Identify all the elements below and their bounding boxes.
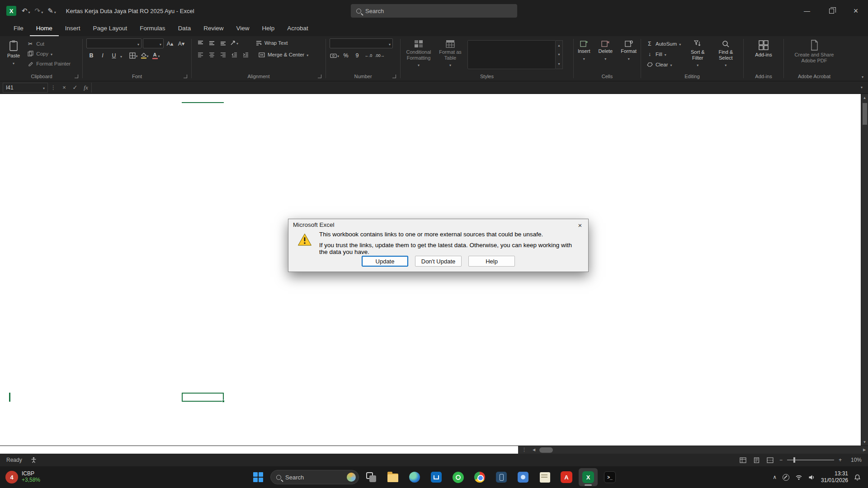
insert-function-button[interactable]: fx xyxy=(80,83,91,93)
network-icon[interactable] xyxy=(795,474,802,480)
decrease-decimal-button[interactable]: .00→ xyxy=(375,51,385,60)
tab-home[interactable]: Home xyxy=(30,22,59,36)
enter-entry-button[interactable]: ✓ xyxy=(70,83,80,93)
merge-center-button[interactable]: Merge & Center xyxy=(257,51,310,59)
bold-button[interactable]: B xyxy=(86,51,96,60)
tab-file[interactable]: File xyxy=(7,22,30,36)
sticky-notes-button[interactable] xyxy=(535,468,554,486)
acrobat-button[interactable]: A xyxy=(557,468,576,486)
horizontal-scroll-thumb[interactable] xyxy=(539,447,553,453)
update-button[interactable]: Update xyxy=(362,256,408,267)
scroll-up-button[interactable]: ▲ xyxy=(861,94,868,101)
tab-acrobat[interactable]: Acrobat xyxy=(281,22,315,36)
borders-button[interactable] xyxy=(128,51,138,60)
font-size-select[interactable] xyxy=(143,38,164,48)
number-format-select[interactable] xyxy=(330,38,393,48)
fill-handle[interactable] xyxy=(222,400,225,403)
grow-font-button[interactable]: A▴ xyxy=(165,39,175,48)
close-button[interactable]: × xyxy=(844,0,868,22)
chrome-button[interactable] xyxy=(470,468,489,486)
fill-button[interactable]: ↓Fill xyxy=(645,50,682,58)
page-break-view-button[interactable] xyxy=(766,456,775,464)
conditional-formatting-button[interactable]: Conditional Formatting xyxy=(404,38,433,68)
orientation-button[interactable] xyxy=(229,38,239,47)
scrollbar-resize-grip[interactable]: ⋮ xyxy=(518,447,530,453)
sheet-tab-area[interactable] xyxy=(0,446,518,454)
tab-help[interactable]: Help xyxy=(255,22,281,36)
dialog-launcher-icon[interactable] xyxy=(184,75,187,78)
comma-style-button[interactable]: 9 xyxy=(352,51,362,60)
task-view-button[interactable] xyxy=(362,468,381,486)
dialog-launcher-icon[interactable] xyxy=(318,75,321,78)
photos-button[interactable] xyxy=(514,468,533,486)
tab-review[interactable]: Review xyxy=(197,22,230,36)
taskbar-widget[interactable]: 4 ICBP +3,58% xyxy=(5,471,40,483)
tab-data[interactable]: Data xyxy=(172,22,198,36)
store-button[interactable] xyxy=(427,468,446,486)
find-select-button[interactable]: Find & Select xyxy=(713,38,738,68)
align-right-button[interactable] xyxy=(218,50,228,59)
scroll-left-button[interactable]: ◀ xyxy=(530,448,538,452)
scroll-down-button[interactable]: ▼ xyxy=(861,438,868,446)
delete-cells-button[interactable]: Delete xyxy=(595,38,615,61)
help-button[interactable]: Help xyxy=(468,256,515,267)
start-button[interactable] xyxy=(249,468,268,486)
shrink-font-button[interactable]: A▾ xyxy=(176,39,186,48)
tray-overflow-button[interactable]: ∧ xyxy=(773,474,777,480)
zoom-slider-thumb[interactable] xyxy=(793,457,795,463)
selected-cell-outline[interactable] xyxy=(182,393,224,402)
undo-button[interactable]: ↶ xyxy=(22,7,30,15)
normal-view-button[interactable] xyxy=(739,456,748,464)
cut-button[interactable]: ✂Cut xyxy=(25,40,72,47)
tab-insert[interactable]: Insert xyxy=(59,22,87,36)
vertical-scroll-track[interactable] xyxy=(861,101,868,438)
restore-button[interactable] xyxy=(819,0,844,22)
redo-button[interactable]: ↷ xyxy=(35,7,43,15)
dialog-launcher-icon[interactable] xyxy=(75,75,78,78)
decrease-indent-button[interactable] xyxy=(229,50,239,59)
underline-button[interactable]: U xyxy=(109,51,119,60)
copy-button[interactable]: Copy xyxy=(25,50,72,57)
dont-update-button[interactable]: Don't Update xyxy=(415,256,462,267)
titlebar-search-box[interactable]: Search xyxy=(351,4,517,18)
minimize-button[interactable]: — xyxy=(795,0,819,22)
accessibility-icon[interactable] xyxy=(29,456,38,464)
horizontal-scroll-track[interactable] xyxy=(538,446,861,454)
taskbar-clock[interactable]: 13:31 31/01/2026 xyxy=(821,470,848,484)
excel-app-icon[interactable]: X xyxy=(6,6,16,16)
file-explorer-button[interactable] xyxy=(383,468,402,486)
volume-icon[interactable] xyxy=(808,474,815,480)
tab-view[interactable]: View xyxy=(230,22,255,36)
increase-decimal-button[interactable]: ←.0 xyxy=(363,51,373,60)
notification-bell-icon[interactable] xyxy=(854,474,861,481)
format-cells-button[interactable]: Format xyxy=(618,38,639,61)
align-top-button[interactable] xyxy=(195,38,205,47)
edge-button[interactable] xyxy=(405,468,424,486)
wrap-text-button[interactable]: Wrap Text xyxy=(254,39,289,47)
sort-filter-button[interactable]: Sort & Filter xyxy=(685,38,710,68)
increase-indent-button[interactable] xyxy=(241,50,250,59)
phone-link-button[interactable] xyxy=(492,468,511,486)
dialog-close-button[interactable]: × xyxy=(572,219,588,231)
formula-input[interactable] xyxy=(91,83,855,93)
dialog-launcher-icon[interactable] xyxy=(392,75,396,78)
insert-cells-button[interactable]: Insert xyxy=(575,38,593,61)
font-name-select[interactable] xyxy=(86,38,142,48)
zoom-level[interactable]: 10% xyxy=(846,457,862,463)
addins-button[interactable]: Add-ins xyxy=(752,38,774,58)
zoom-out-button[interactable]: − xyxy=(779,457,783,463)
autosum-button[interactable]: ΣAutoSum xyxy=(645,40,682,47)
excel-taskbar-button[interactable]: X xyxy=(579,468,598,486)
cell-styles-gallery-scroll[interactable]: ▲ ▼ xyxy=(556,40,563,69)
do-not-disturb-icon[interactable] xyxy=(783,474,789,481)
whatsapp-button[interactable] xyxy=(448,468,467,486)
format-as-table-button[interactable]: Format as Table xyxy=(436,38,465,68)
tab-formulas[interactable]: Formulas xyxy=(133,22,171,36)
collapse-ribbon-button[interactable] xyxy=(862,74,863,79)
paste-button[interactable]: Paste xyxy=(5,38,23,66)
terminal-button[interactable]: >_ xyxy=(600,468,619,486)
formula-bar-expand-button[interactable] xyxy=(855,85,868,89)
cell-styles-gallery[interactable] xyxy=(467,40,556,69)
horizontal-scrollbar[interactable]: ⋮ ◀ ▶ xyxy=(518,446,868,454)
format-painter-button[interactable]: Format Painter xyxy=(25,60,72,67)
